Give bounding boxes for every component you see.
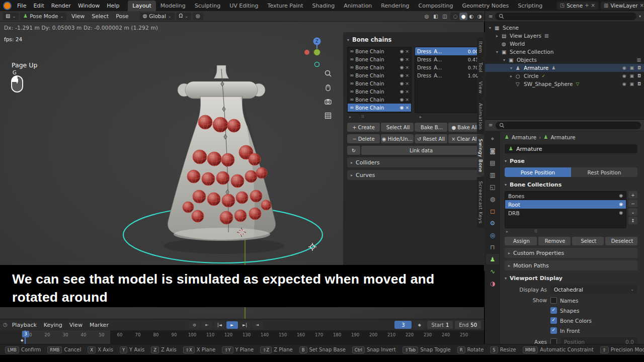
navigation-gizmo[interactable]: Z bbox=[302, 37, 332, 68]
properties-tab[interactable]: ▥ bbox=[486, 169, 499, 180]
properties-tab[interactable]: ◍ bbox=[486, 194, 499, 204]
bone-chain-row[interactable]: ∞ Bone Chain ◉ × bbox=[348, 96, 411, 104]
workspace-tab[interactable]: Shading bbox=[308, 1, 340, 11]
list-control-button[interactable]: − bbox=[628, 200, 637, 207]
outliner-row[interactable]: ▽ SW_Shape_Sphere ▽ ◉ ▣ ◘ bbox=[485, 80, 644, 88]
list-grip-icon[interactable]: ⠿ bbox=[361, 115, 364, 119]
workspace-tab[interactable]: Geometry Nodes bbox=[457, 1, 513, 11]
timeline-ruler[interactable]: 1020304050607080901001101201301401501601… bbox=[0, 330, 484, 344]
panel-button[interactable]: ↺ Reset All bbox=[415, 134, 447, 143]
display-checkbox-row[interactable]: Shapes bbox=[550, 307, 637, 314]
eye-icon[interactable]: ◉ bbox=[400, 65, 404, 70]
header-toggle-icon[interactable]: ◫ bbox=[441, 13, 449, 20]
visibility-icons[interactable]: ◉ ▣ ◘ bbox=[622, 81, 642, 86]
panel-button[interactable]: ● Bake All bbox=[448, 123, 481, 132]
pose-panel-header[interactable]: ▾ Pose bbox=[505, 158, 637, 164]
mode-dropdown[interactable]: ♟ Pose Mode ⌄ bbox=[20, 13, 66, 20]
menu-item[interactable]: File bbox=[14, 3, 30, 9]
chain-param-row[interactable]: Dress_A... 0.70 bbox=[415, 63, 480, 71]
delete-icon[interactable]: × bbox=[405, 57, 409, 62]
panel-button[interactable]: + Create bbox=[347, 123, 380, 132]
bone-chain-row[interactable]: ∞ Bone Chain ◉ × bbox=[348, 104, 411, 112]
workspace-tab[interactable]: Layout bbox=[128, 1, 155, 11]
properties-tab[interactable]: ⊓ bbox=[486, 242, 499, 252]
bone-chain-row[interactable]: ∞ Bone Chain ◉ × bbox=[348, 79, 411, 87]
list-control-button[interactable]: ↕ bbox=[628, 217, 637, 224]
keying-set-button[interactable]: ◈ bbox=[414, 321, 425, 329]
bone-chain-row[interactable]: ∞ Bone Chain ◉ × bbox=[348, 63, 411, 71]
checkbox[interactable] bbox=[550, 327, 557, 334]
eye-icon[interactable]: ◉ bbox=[400, 105, 404, 110]
orientation-dropdown[interactable]: ◍ Global ⌄ bbox=[140, 13, 175, 20]
panel-button[interactable]: Deselect bbox=[605, 237, 637, 245]
armature-name-field[interactable]: ♟ Armature bbox=[505, 144, 637, 153]
display-checkbox-row[interactable]: Bone Colors bbox=[550, 317, 637, 324]
menu-item[interactable]: Window bbox=[74, 3, 103, 9]
eye-icon[interactable]: ◉ bbox=[400, 97, 404, 102]
current-frame-field[interactable]: 3 bbox=[394, 321, 412, 329]
bone-collection-row[interactable]: Root ◉ bbox=[505, 200, 626, 209]
sidebar-tab[interactable]: Item bbox=[477, 37, 484, 57]
properties-search-input[interactable] bbox=[496, 122, 641, 129]
bone-chain-row[interactable]: ∞ Bone Chain ◉ × bbox=[348, 71, 411, 79]
panel-button[interactable]: Select All bbox=[381, 123, 414, 132]
panel-button[interactable]: ◉ Hide/Un... bbox=[381, 134, 414, 143]
menu-item[interactable]: Help bbox=[103, 3, 123, 9]
list-control-button[interactable]: + bbox=[628, 191, 637, 199]
link-refresh-button[interactable]: ↻ bbox=[347, 146, 360, 155]
menu-item[interactable]: View bbox=[66, 322, 86, 328]
new-scene-icon[interactable]: + bbox=[585, 3, 589, 8]
menu-item[interactable]: Edit bbox=[30, 3, 47, 9]
sidebar-tab[interactable]: Tool bbox=[477, 58, 484, 76]
bone-collections-list[interactable]: Bones ◉ Root ◉ DRB ◉ bbox=[505, 191, 626, 228]
axes-position-slider[interactable]: Position 0.0 bbox=[560, 337, 637, 344]
ortho-grid-icon[interactable] bbox=[324, 112, 332, 121]
chain-param-row[interactable]: Dress_A... 0.00 bbox=[415, 47, 480, 55]
properties-tab[interactable]: ◱ bbox=[486, 182, 499, 192]
visibility-icons[interactable]: ◉ ▣ ◘ bbox=[622, 65, 642, 70]
list-expand-icon[interactable]: ▸ bbox=[506, 229, 508, 234]
menu-item[interactable]: Playback bbox=[9, 322, 40, 328]
outliner-editor-icon[interactable]: ≡ bbox=[489, 14, 493, 19]
outliner-search-input[interactable] bbox=[495, 13, 636, 20]
panel-button[interactable]: Bake B... bbox=[415, 123, 447, 132]
toggle-option[interactable]: Rest Position bbox=[571, 167, 637, 177]
panel-button[interactable]: Remove bbox=[538, 237, 571, 245]
transport-button[interactable]: ⇥ bbox=[252, 321, 263, 329]
bone-collections-header[interactable]: ▾ Bone Collections bbox=[505, 182, 637, 188]
list-expand-icon[interactable]: ▸ bbox=[349, 115, 351, 119]
properties-tab[interactable]: ⌖ bbox=[486, 133, 499, 144]
workspace-tab[interactable]: Sculpting bbox=[190, 1, 225, 11]
eye-icon[interactable]: ◉ bbox=[400, 49, 404, 54]
collapsed-panel-header[interactable]: ▸ Colliders bbox=[347, 157, 481, 167]
properties-tab[interactable]: ◙ bbox=[486, 145, 499, 156]
menu-item[interactable]: Select bbox=[88, 13, 112, 20]
workspace-tab[interactable]: Scripting bbox=[513, 1, 547, 11]
outliner-row[interactable]: ▸ ○ Circle ✓ ◉ ▣ ◘ bbox=[485, 72, 644, 80]
eye-icon[interactable]: ◉ bbox=[400, 73, 404, 78]
header-toggle-icon[interactable]: ● bbox=[459, 13, 467, 20]
viewlayer-selector[interactable]: ▥ ViewLayer × bbox=[601, 2, 644, 10]
eye-icon[interactable]: ◉ bbox=[619, 194, 623, 198]
disclosure-icon[interactable]: ▾ bbox=[503, 58, 509, 62]
properties-tab[interactable]: ∿ bbox=[486, 266, 499, 277]
header-toggle-icon[interactable]: ◐ bbox=[467, 13, 475, 20]
outliner-row[interactable]: ◍ World bbox=[485, 40, 644, 48]
panel-header[interactable]: ▾ Bone chains bbox=[347, 36, 481, 43]
disclosure-icon[interactable]: ▾ bbox=[489, 26, 495, 30]
breadcrumb-data[interactable]: Armature bbox=[550, 134, 575, 140]
delete-icon[interactable]: × bbox=[405, 89, 409, 94]
properties-tab[interactable]: ◎ bbox=[486, 230, 499, 240]
sidebar-tab[interactable]: Animation bbox=[477, 99, 484, 134]
bone-chain-row[interactable]: ∞ Bone Chain ◉ × bbox=[348, 87, 411, 96]
delete-scene-icon[interactable]: × bbox=[591, 3, 595, 8]
outliner-row[interactable]: ▾ ♟ Armature ♟ ◉ ▣ ◘ bbox=[485, 64, 644, 72]
disclosure-icon[interactable]: ▸ bbox=[496, 34, 502, 38]
transport-button[interactable]: ►| bbox=[239, 321, 251, 329]
display-as-dropdown[interactable]: Octahedral ⌄ bbox=[550, 285, 637, 294]
delete-icon[interactable]: × bbox=[405, 81, 409, 86]
delete-icon[interactable]: × bbox=[405, 105, 409, 110]
transport-button[interactable]: ⊙ bbox=[189, 321, 200, 329]
collapsed-panel-header[interactable]: ▸ Motion Paths bbox=[505, 260, 637, 270]
blender-menu-icon[interactable] bbox=[3, 2, 12, 10]
